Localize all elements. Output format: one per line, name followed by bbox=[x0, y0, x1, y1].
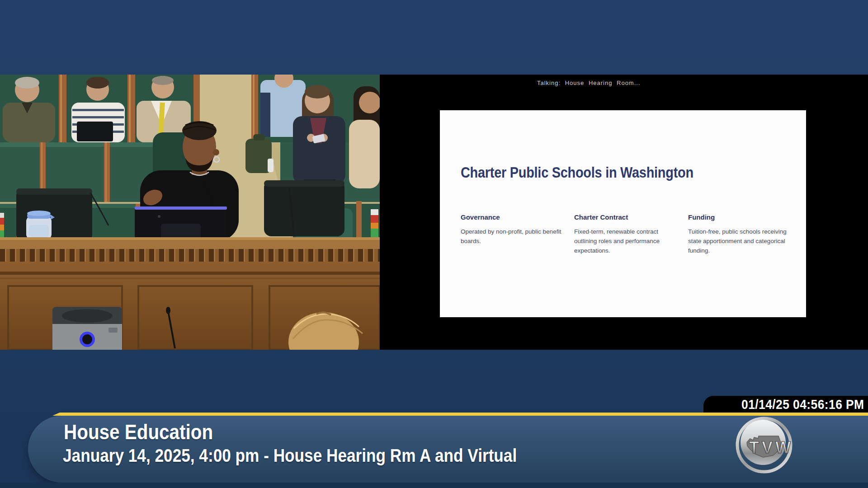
air-purifier bbox=[52, 307, 122, 350]
water-pitcher bbox=[26, 211, 55, 239]
presentation-panel: Talking: House Hearing Room... Charter P… bbox=[380, 75, 868, 350]
slide-column-funding: Funding Tuition-free, public schools rec… bbox=[688, 213, 793, 256]
timer-light-right bbox=[371, 209, 378, 237]
accent-divider-line bbox=[52, 413, 868, 416]
audience-back-left bbox=[3, 76, 191, 142]
hearing-room-video-feed bbox=[0, 75, 380, 350]
laptop bbox=[135, 206, 227, 241]
broadcast-frame: { "overlay": { "talking_status": "Talkin… bbox=[0, 0, 868, 488]
hearing-room-scene bbox=[0, 75, 380, 350]
slide-column-governance: Governance Operated by non-profit, publi… bbox=[461, 213, 566, 246]
column-body: Operated by non-profit, public benefit b… bbox=[461, 227, 566, 246]
timestamp-bar: 01/14/25 04:56:16 PM bbox=[703, 396, 868, 413]
tvw-logo-icon: TVW bbox=[733, 416, 797, 476]
tvw-logo-text: TVW bbox=[749, 438, 793, 457]
timer-light-left bbox=[0, 213, 4, 237]
slide-title: Charter Public Schools in Washington bbox=[461, 164, 693, 181]
column-heading: Governance bbox=[461, 213, 566, 221]
column-body: Tuition-free, public schools receiving s… bbox=[688, 227, 793, 256]
column-body: Fixed-term, renewable contract outlining… bbox=[574, 227, 679, 256]
tvw-logo: TVW bbox=[733, 416, 797, 476]
bottom-strip bbox=[0, 483, 868, 488]
audience-woman-tan bbox=[349, 86, 380, 188]
timestamp: 01/14/25 04:56:16 PM bbox=[741, 397, 864, 412]
talking-status-label: Talking: House Hearing Room... bbox=[537, 80, 641, 86]
committee-title: House Education bbox=[64, 419, 213, 444]
bag-on-floor bbox=[245, 134, 274, 173]
column-heading: Charter Contract bbox=[574, 213, 679, 221]
column-heading: Funding bbox=[688, 213, 793, 221]
hearing-date-location: January 14, 2025, 4:00 pm - House Hearin… bbox=[63, 446, 517, 466]
slide-column-charter-contract: Charter Contract Fixed-term, renewable c… bbox=[574, 213, 679, 256]
witness-chair-right bbox=[264, 180, 344, 236]
presentation-slide: Charter Public Schools in Washington Gov… bbox=[440, 110, 806, 317]
